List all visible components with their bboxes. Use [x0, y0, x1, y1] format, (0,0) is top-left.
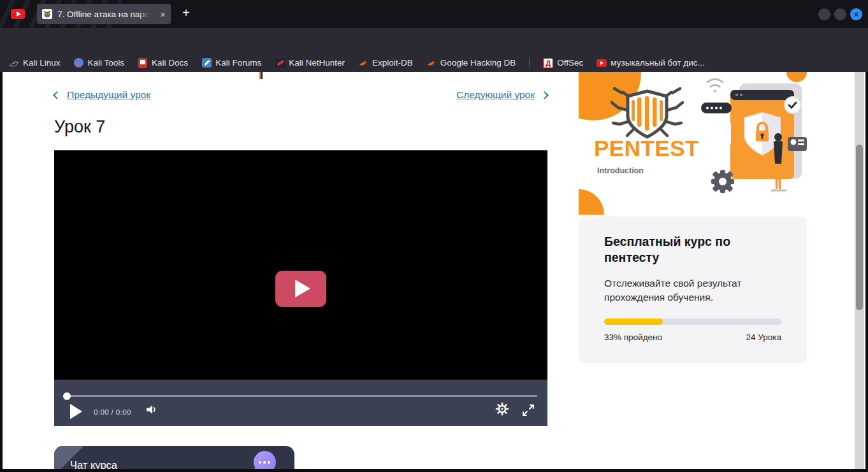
bookmark-label: Kali NetHunter: [289, 58, 345, 68]
exploit-db-bird-icon: [358, 58, 368, 68]
tab-title: 7. Offline атака на пароли: [57, 10, 150, 19]
progress-labels-row: 33% пройдено 24 Урока: [604, 333, 781, 342]
lessons-count-label: 24 Урока: [746, 333, 781, 342]
bookmark-kali-nethunter[interactable]: Kali NetHunter: [275, 58, 345, 68]
pentest-logo-title: PENTEST: [594, 136, 699, 161]
bookmark-exploit-db[interactable]: Exploit-DB: [358, 58, 413, 68]
window-close-button[interactable]: ×: [850, 8, 862, 20]
bookmark-label: Exploit-DB: [372, 58, 413, 68]
kali-docs-icon: [138, 58, 148, 68]
seek-handle[interactable]: [63, 392, 71, 400]
pentest-spider-shield-logo: [611, 87, 684, 139]
course-chat-card[interactable]: Чат курса: [54, 446, 294, 469]
play-button-icon[interactable]: [70, 404, 82, 419]
chevron-right-icon: [540, 91, 549, 99]
window-minimize-button[interactable]: [818, 8, 830, 20]
progress-bar-fill: [604, 318, 663, 325]
youtube-pinned-tab-icon[interactable]: [11, 9, 25, 19]
big-play-button[interactable]: [275, 271, 326, 307]
previous-lesson-link[interactable]: Предыдущий урок: [54, 89, 150, 101]
settings-gear-icon[interactable]: [495, 402, 509, 416]
bookmarks-bar: Kali Linux Kali Tools Kali Docs Kali For…: [0, 54, 868, 72]
bookmark-offsec[interactable]: Д OffSec: [543, 58, 583, 68]
page-title: Урок 7: [54, 117, 105, 137]
bookmark-label: Kali Linux: [23, 58, 61, 68]
progress-bar-track: [604, 318, 781, 325]
video-area[interactable]: [54, 150, 547, 380]
browser-toolbar: https://codeby.school/training/view/urok…: [0, 28, 868, 54]
bookmark-label: Kali Tools: [88, 58, 125, 68]
clipped-heading-fragment: [259, 72, 263, 79]
page-content: Предыдущий урок Следующий урок Урок 7 0:…: [3, 72, 865, 469]
page-scrollbar-track[interactable]: [855, 72, 864, 469]
video-controls-bar: 0:00 / 0:00: [54, 380, 547, 426]
course-banner[interactable]: PENTEST Introduction: [579, 72, 807, 215]
seek-bar[interactable]: [66, 395, 537, 397]
time-display: 0:00 / 0:00: [94, 408, 131, 416]
next-lesson-label[interactable]: Следующий урок: [456, 89, 535, 101]
google-hacking-db-bird-icon: [426, 58, 437, 68]
chevron-left-icon: [53, 91, 61, 99]
bookmark-kali-linux[interactable]: Kali Linux: [9, 58, 61, 68]
browser-tab-active[interactable]: 7. Offline атака на пароли ×: [37, 4, 171, 24]
bookmark-label: Kali Forums: [215, 58, 261, 68]
pentest-logo-subtitle: Introduction: [597, 166, 644, 175]
course-card-title: Бесплатный курс по пентесту: [604, 234, 763, 266]
tab-close-icon[interactable]: ×: [160, 10, 166, 19]
kali-dragon-icon: [9, 58, 19, 68]
previous-lesson-label[interactable]: Предыдущий урок: [67, 89, 150, 101]
bookmarks-separator: [529, 57, 530, 68]
orange-circle-decoration: [579, 189, 604, 215]
video-player: 0:00 / 0:00: [54, 150, 547, 426]
chat-bubble-icon[interactable]: [254, 451, 276, 469]
bookmark-label: OffSec: [557, 58, 583, 68]
chat-title: Чат курса: [70, 459, 117, 469]
new-tab-button[interactable]: +: [182, 6, 190, 20]
progress-percent-label: 33% пройдено: [604, 333, 662, 342]
kali-forums-icon: [201, 58, 212, 68]
bookmark-music-bot[interactable]: музыкальный бот дис...: [597, 58, 704, 68]
security-illustration: [700, 76, 807, 201]
bookmark-google-hacking-db[interactable]: Google Hacking DB: [426, 58, 516, 68]
browser-titlebar: 7. Offline атака на пароли × + ×: [0, 0, 868, 28]
bookmark-kali-docs[interactable]: Kali Docs: [138, 58, 188, 68]
volume-icon[interactable]: [145, 403, 159, 417]
bookmark-kali-forums[interactable]: Kali Forums: [201, 58, 261, 68]
kali-tools-icon: [74, 58, 84, 68]
kali-nethunter-icon: [275, 58, 285, 68]
course-card-description: Отслеживайте свой результат прохождения …: [604, 276, 783, 305]
bookmark-label: Kali Docs: [152, 58, 188, 68]
youtube-icon: [597, 58, 607, 68]
window-maximize-button[interactable]: [834, 8, 846, 20]
course-progress-card: Бесплатный курс по пентесту Отслеживайте…: [579, 217, 807, 363]
page-scrollbar-thumb[interactable]: [856, 145, 863, 310]
next-lesson-link[interactable]: Следующий урок: [456, 89, 547, 101]
fullscreen-icon[interactable]: [522, 404, 535, 417]
bookmark-kali-tools[interactable]: Kali Tools: [74, 58, 125, 68]
bookmark-label: музыкальный бот дис...: [611, 58, 704, 68]
offsec-icon: Д: [543, 58, 553, 68]
codeby-owl-favicon: [42, 9, 52, 19]
bookmark-label: Google Hacking DB: [440, 58, 516, 68]
